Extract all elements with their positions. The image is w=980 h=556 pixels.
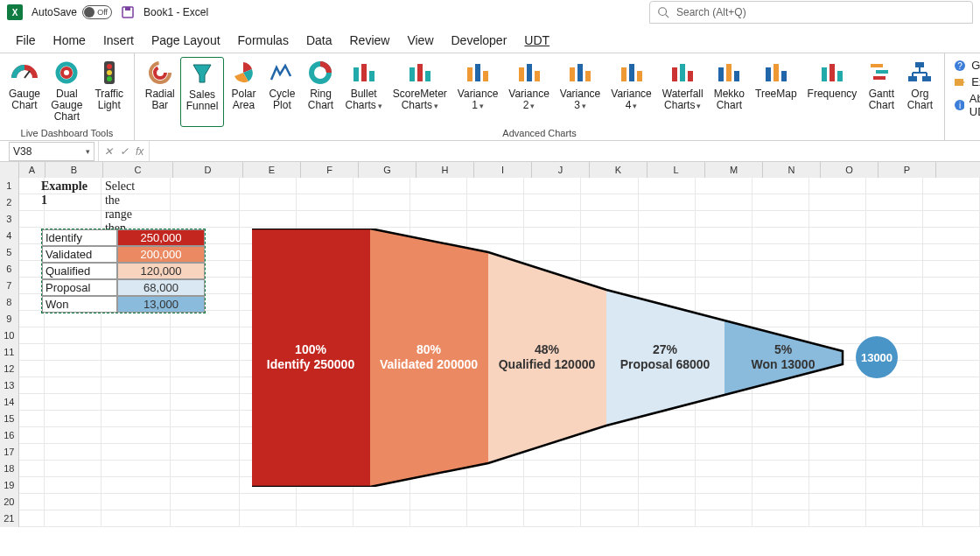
row-header-8[interactable]: 8 — [0, 294, 19, 311]
cell[interactable] — [923, 494, 980, 510]
cell[interactable] — [102, 461, 171, 477]
ribbon-polar-area[interactable]: PolarArea — [224, 57, 262, 127]
cell[interactable] — [354, 494, 410, 510]
cell[interactable] — [171, 510, 240, 527]
cell[interactable] — [19, 510, 46, 527]
cell[interactable] — [923, 228, 980, 244]
cell[interactable] — [581, 510, 638, 527]
chevron-down-icon[interactable]: ▾ — [86, 147, 90, 156]
formula-input[interactable] — [150, 142, 980, 161]
cell[interactable] — [524, 178, 581, 194]
col-header-M[interactable]: M — [705, 162, 763, 178]
row-header-6[interactable]: 6 — [0, 261, 19, 278]
col-header-J[interactable]: J — [532, 162, 590, 178]
col-header-B[interactable]: B — [46, 162, 103, 178]
cell[interactable] — [240, 178, 297, 194]
cell[interactable] — [923, 327, 980, 344]
cell[interactable] — [19, 344, 46, 361]
cell[interactable] — [752, 194, 809, 211]
cell[interactable] — [19, 361, 46, 377]
col-header-P[interactable]: P — [878, 162, 936, 178]
row-header-2[interactable]: 2 — [0, 194, 19, 211]
cell[interactable] — [171, 461, 240, 477]
cell[interactable] — [639, 194, 696, 211]
cell[interactable] — [866, 178, 923, 194]
cell[interactable] — [45, 477, 102, 494]
row-header-17[interactable]: 17 — [0, 444, 19, 461]
cell[interactable] — [171, 178, 240, 194]
cell[interactable] — [467, 494, 524, 510]
cell[interactable] — [809, 510, 866, 527]
cell[interactable] — [102, 444, 171, 461]
tab-page-layout[interactable]: Page Layout — [151, 33, 220, 47]
table-row[interactable]: Identify250,000 — [42, 229, 205, 246]
cell[interactable] — [354, 194, 410, 211]
table-row[interactable]: Proposal68,000 — [42, 279, 205, 296]
cell[interactable] — [102, 361, 171, 377]
name-box[interactable]: V38 ▾ — [9, 142, 94, 161]
cell[interactable] — [923, 311, 980, 327]
export-link[interactable]: Export — [954, 75, 980, 88]
cell[interactable] — [45, 494, 102, 510]
cell[interactable] — [19, 494, 46, 510]
cell[interactable] — [240, 494, 297, 510]
tab-udt[interactable]: UDT — [524, 33, 550, 47]
col-header-D[interactable]: D — [173, 162, 243, 178]
spreadsheet[interactable]: ABCDEFGHIJKLMNOP 12345678910111213141516… — [0, 162, 980, 527]
cell[interactable] — [297, 194, 354, 211]
cell[interactable] — [102, 377, 171, 394]
cell[interactable] — [19, 427, 46, 444]
cell[interactable] — [102, 394, 171, 411]
ribbon-variance-1[interactable]: Variance1 — [452, 57, 503, 127]
cell[interactable] — [45, 327, 102, 344]
cell[interactable] — [19, 461, 46, 477]
select-all-corner[interactable] — [0, 162, 19, 178]
cell[interactable] — [171, 427, 240, 444]
cell[interactable] — [524, 494, 581, 510]
tab-review[interactable]: Review — [350, 33, 390, 47]
col-header-K[interactable]: K — [590, 162, 648, 178]
table-row[interactable]: Qualified120,000 — [42, 263, 205, 279]
cell[interactable] — [923, 461, 980, 477]
cell[interactable] — [923, 261, 980, 278]
cell[interactable] — [923, 278, 980, 294]
cell[interactable] — [171, 361, 240, 377]
cell[interactable] — [524, 211, 581, 228]
cell[interactable] — [102, 327, 171, 344]
row-header-15[interactable]: 15 — [0, 411, 19, 427]
cancel-icon[interactable]: ✕ — [104, 145, 113, 158]
row-header-14[interactable]: 14 — [0, 394, 19, 411]
row-header-18[interactable]: 18 — [0, 461, 19, 477]
cell[interactable] — [923, 411, 980, 427]
col-header-G[interactable]: G — [359, 162, 416, 178]
cell[interactable] — [45, 377, 102, 394]
fx-icon[interactable]: fx — [136, 145, 144, 158]
cell[interactable] — [19, 377, 46, 394]
cell[interactable] — [45, 461, 102, 477]
row-header-21[interactable]: 21 — [0, 510, 19, 527]
table-row[interactable]: Validated200,000 — [42, 246, 205, 263]
row-header-9[interactable]: 9 — [0, 311, 19, 327]
tab-formulas[interactable]: Formulas — [238, 33, 289, 47]
cell[interactable] — [696, 510, 752, 527]
cell[interactable] — [102, 427, 171, 444]
col-header-H[interactable]: H — [416, 162, 474, 178]
about-link[interactable]: iAbout UDT — [954, 92, 980, 118]
cell[interactable] — [19, 394, 46, 411]
ribbon-cycle-plot[interactable]: CyclePlot — [262, 57, 301, 127]
data-table[interactable]: Identify250,000Validated200,000Qualified… — [41, 229, 206, 313]
cell[interactable] — [809, 178, 866, 194]
ribbon-sales-funnel[interactable]: SalesFunnel — [180, 57, 225, 127]
cell[interactable] — [639, 494, 696, 510]
cell[interactable] — [240, 194, 297, 211]
ribbon-frequency[interactable]: Frequency — [802, 57, 863, 127]
ribbon-variance-3[interactable]: Variance3 — [555, 57, 606, 127]
cell[interactable] — [410, 194, 467, 211]
cell[interactable] — [866, 494, 923, 510]
cell[interactable] — [45, 344, 102, 361]
cell[interactable] — [923, 377, 980, 394]
cell[interactable] — [410, 178, 467, 194]
cell[interactable] — [171, 211, 240, 228]
cell[interactable] — [866, 194, 923, 211]
col-header-C[interactable]: C — [103, 162, 173, 178]
